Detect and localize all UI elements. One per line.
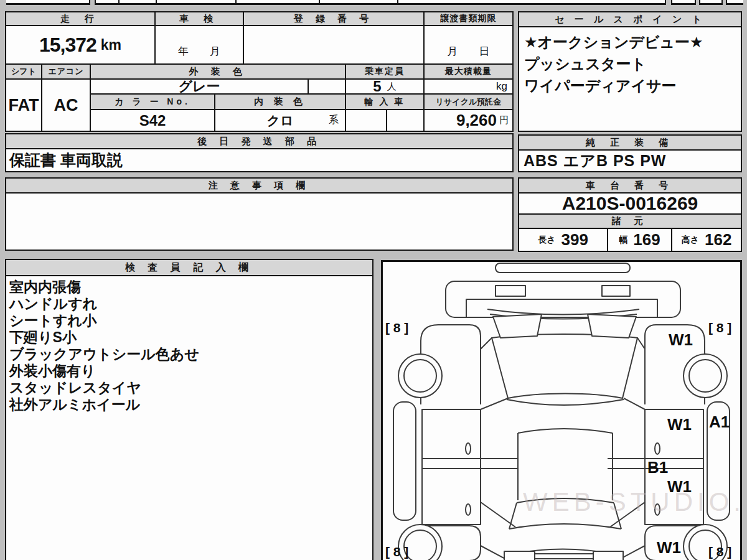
capacity-header: 乗車定員 [346, 65, 425, 80]
mileage-header: 走 行 [6, 12, 156, 26]
inspector-notes-panel: 検 査 員 記 入 欄 室内内張傷 ハンドルすれ シートすれ小 下廻りS小 ブラ… [5, 259, 374, 560]
max-load-value-cell: kg [425, 80, 512, 95]
watermark: WEB-STUDIO.PRO [523, 487, 747, 517]
inspector-notes-list: 室内内張傷 ハンドルすれ シートすれ小 下廻りS小 ブラックアウトシール色あせ … [9, 279, 199, 413]
inspector-note-item: ブラックアウトシール色あせ [9, 346, 199, 363]
interior-color-value-cell: クロ 系 [215, 110, 346, 131]
width-label: 幅 [619, 235, 627, 246]
cutoff-divider [118, 0, 120, 5]
sales-point-item: ★オークションデビュー★ [524, 31, 703, 53]
tire-mark-front-left: [ 8 ] [385, 320, 408, 335]
registration-header: 登 録 番 号 [244, 12, 425, 26]
later-shipped-parts-panel: 後 日 発 送 部 品 保証書 車両取説 [5, 133, 514, 172]
aircon-header: エアコン [42, 65, 91, 80]
max-load-header: 最大積載量 [425, 65, 512, 80]
chassis-number-value: A210S-0016269 [519, 194, 741, 215]
capacity-value-cell: 5 人 [346, 80, 425, 95]
capacity-value: 5 [373, 78, 381, 95]
width-value: 169 [633, 230, 660, 250]
sales-point-item: プッシュスタート [524, 53, 703, 75]
inspector-note-item: 下廻りS小 [9, 329, 199, 346]
inspection-value-cell: 年 月 [156, 26, 244, 65]
cutoff-cell [6, 0, 90, 5]
shift-header: シフト [6, 65, 42, 80]
width-cell: 幅 169 [608, 229, 672, 251]
inspector-note-item: 外装小傷有り [9, 363, 199, 380]
interior-color-value: クロ [267, 112, 294, 129]
cutoff-cell [699, 0, 723, 5]
inspector-note-item: 室内内張傷 [9, 279, 199, 296]
color-no-header: カ ラ ー No. [91, 95, 215, 110]
damage-mark-b1-rear-door: B1 [647, 458, 668, 477]
later-shipped-parts-value: 保証書 車両取説 [6, 149, 512, 171]
damage-mark-w1-rear-door: W1 [667, 477, 692, 497]
damage-mark-w1-rear-bumper: W1 [657, 538, 681, 558]
inspector-note-item: スタッドレスタイヤ [9, 380, 199, 396]
cutoff-divider [319, 0, 320, 5]
recycle-deposit-value-cell: 9,260 円 [425, 110, 512, 131]
mileage-value-cell: 15,372 km [6, 26, 156, 65]
mileage-value: 15,372 [39, 34, 96, 57]
cautions-panel: 注 意 事 項 欄 [5, 177, 514, 251]
chassis-number-header: 車 台 番 号 [519, 179, 741, 194]
tire-mark-rear-right: [ 8 ] [708, 544, 731, 559]
sales-points-header: セ ー ル ス ポ イ ン ト [519, 12, 741, 27]
genuine-equipment-panel: 純 正 装 備 ABS エアB PS PW [518, 134, 742, 172]
chassis-panel: 車 台 番 号 A210S-0016269 諸 元 長さ 399 幅 169 高… [518, 177, 742, 252]
cutoff-divider [397, 0, 398, 5]
transfer-deadline-value-cell: 月 日 [425, 26, 512, 65]
color-no-value: S42 [91, 110, 215, 131]
registration-value-cell [244, 26, 425, 65]
capacity-unit: 人 [387, 81, 397, 93]
sales-points-list: ★オークションデビュー★ プッシュスタート ワイパーディアイサー [524, 31, 703, 96]
sales-points-panel: セ ー ル ス ポ イ ン ト ★オークションデビュー★ プッシュスタート ワイ… [518, 11, 742, 132]
tire-mark-front-right: [ 8 ] [708, 320, 731, 335]
mileage-unit: km [101, 37, 121, 54]
genuine-equipment-header: 純 正 装 備 [519, 136, 741, 151]
inspector-note-item: シートすれ小 [9, 312, 199, 329]
exterior-color-value: グレー [91, 80, 309, 95]
transfer-deadline-header: 譲渡書類期限 [425, 12, 512, 26]
vehicle-info-table: 走 行 車 検 登 録 番 号 譲渡書類期限 15,372 km 年 月 月 日… [5, 11, 514, 132]
inspector-note-item: ハンドルすれ [9, 296, 199, 312]
recycle-deposit-header: リサイクル預託金 [425, 95, 512, 110]
tire-mark-rear-left: [ 8 ] [385, 544, 408, 559]
shift-value: FAT [6, 80, 42, 131]
height-label: 高さ [682, 235, 699, 246]
later-shipped-parts-header: 後 日 発 送 部 品 [6, 134, 512, 149]
cutoff-divider [235, 0, 237, 5]
height-cell: 高さ 162 [672, 229, 741, 251]
cutoff-cell [671, 0, 696, 5]
inspector-note-item: 社外アルミホイール [9, 396, 199, 413]
inspection-header: 車 検 [156, 12, 244, 26]
damage-mark-w1-front-fender: W1 [669, 330, 693, 350]
length-value: 399 [561, 230, 588, 250]
genuine-equipment-value: ABS エアB PS PW [519, 151, 741, 171]
aircon-value: AC [42, 80, 91, 131]
cautions-header: 注 意 事 項 欄 [6, 179, 512, 194]
length-label: 長さ [538, 235, 555, 246]
exterior-color-extra-cell [309, 80, 346, 95]
cautions-value [6, 194, 512, 250]
interior-color-suffix: 系 [329, 114, 339, 127]
damage-mark-w1-front-door: W1 [667, 415, 692, 434]
import-car-extra-cell [387, 110, 425, 131]
import-car-header: 輸 入 車 [346, 95, 425, 110]
import-car-value-cell [346, 110, 387, 131]
interior-color-header: 内 装 色 [215, 95, 346, 110]
inspector-notes-header: 検 査 員 記 入 欄 [6, 260, 372, 276]
car-diagram-panel: WEB-STUDIO.PRO [ 8 ] [ 8 ] W1 W1 A1 B1 W… [381, 260, 742, 560]
height-value: 162 [705, 230, 731, 250]
recycle-deposit-unit: 円 [499, 114, 509, 126]
cutoff-cell [726, 0, 743, 5]
dimensions-header: 諸 元 [519, 215, 741, 229]
recycle-deposit-value: 9,260 [456, 111, 497, 130]
cutoff-cell [95, 0, 666, 5]
auction-sheet-page: 走 行 車 検 登 録 番 号 譲渡書類期限 15,372 km 年 月 月 日… [0, 0, 747, 560]
damage-mark-a1-rear-quarter: A1 [709, 413, 730, 432]
sales-point-item: ワイパーディアイサー [524, 75, 703, 96]
length-cell: 長さ 399 [519, 229, 608, 251]
cutoff-divider [156, 0, 157, 5]
